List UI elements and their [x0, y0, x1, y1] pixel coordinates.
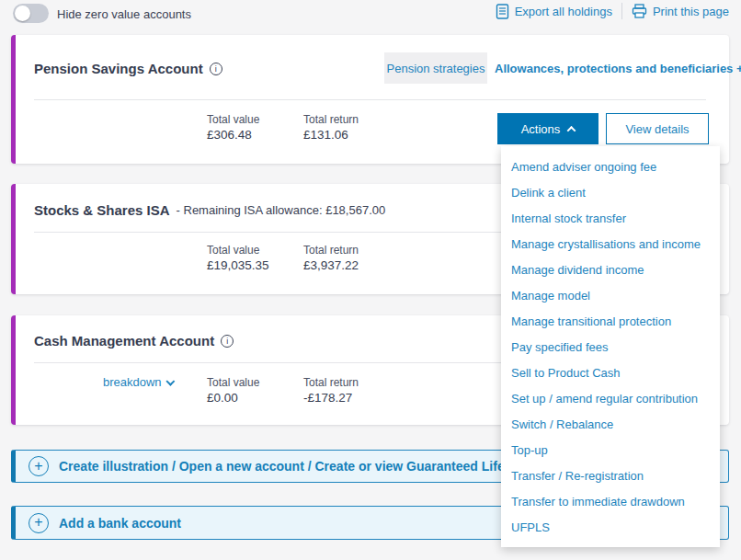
actions-menu-item[interactable]: Set up / amend regular contribution [501, 385, 720, 411]
cash-total-value-label: Total value [207, 376, 259, 389]
chevron-down-icon [165, 377, 175, 386]
actions-menu-item[interactable]: Delink a client [501, 179, 720, 205]
isa-total-return: £3,937.22 [303, 258, 359, 272]
breakdown-label: breakdown [103, 375, 162, 389]
actions-menu-item[interactable]: Internal stock transfer [501, 205, 720, 231]
cash-total-return: -£178.27 [303, 391, 352, 405]
cash-title-text: Cash Management Account [34, 333, 214, 349]
add-bank-account-label: Add a bank account [59, 516, 181, 531]
pension-total-return-label: Total return [303, 113, 359, 126]
actions-menu-item[interactable]: Manage crystallisations and income [501, 231, 720, 257]
pension-total-value-label: Total value [207, 113, 259, 126]
top-links-divider [621, 3, 622, 19]
pension-savings-account-card: Pension Savings Account Pension strategi… [11, 35, 729, 164]
actions-menu-item[interactable]: Top-up [501, 437, 720, 463]
isa-total-return-label: Total return [303, 244, 359, 257]
print-this-page-label: Print this page [653, 5, 729, 18]
create-illustration-label: Create illustration / Open a new account… [59, 459, 505, 474]
actions-menu-item[interactable]: Amend adviser ongoing fee [501, 154, 720, 179]
pension-card-divider [34, 99, 706, 100]
print-this-page-link[interactable]: Print this page [632, 4, 729, 18]
pension-actions-button[interactable]: Actions [497, 113, 598, 144]
pension-card-title: Pension Savings Account [34, 61, 222, 76]
pension-total-return: £131.06 [303, 128, 348, 142]
isa-title-text: Stocks & Shares ISA [34, 202, 170, 218]
cash-breakdown-link[interactable]: breakdown [103, 375, 176, 389]
cash-info-icon[interactable] [221, 335, 234, 348]
actions-menu-item[interactable]: Transfer to immediate drawdown [501, 488, 720, 514]
actions-menu-item[interactable]: Switch / Rebalance [501, 411, 720, 437]
export-document-icon [496, 4, 509, 19]
plus-circle-icon [28, 456, 49, 476]
actions-menu: Amend adviser ongoing feeDelink a client… [501, 146, 720, 547]
isa-card-title: Stocks & Shares ISA - Remaining ISA allo… [34, 202, 385, 218]
cash-total-return-label: Total return [303, 376, 359, 389]
actions-menu-item[interactable]: Pay specified fees [501, 334, 720, 360]
actions-menu-item[interactable]: Manage model [501, 282, 720, 308]
pension-info-icon[interactable] [210, 63, 222, 75]
cash-total-value: £0.00 [207, 391, 238, 405]
actions-button-label: Actions [521, 122, 561, 136]
chevron-up-icon [567, 125, 576, 134]
cash-card-title: Cash Management Account [34, 333, 234, 349]
printer-icon [632, 4, 647, 18]
pension-title-text: Pension Savings Account [34, 61, 203, 76]
isa-total-value: £19,035.35 [207, 258, 269, 272]
accounts-page: Hide zero value accounts Export all hold… [0, 0, 741, 560]
pension-view-details-button[interactable]: View details [606, 113, 709, 144]
export-all-holdings-link[interactable]: Export all holdings [496, 4, 612, 19]
plus-circle-icon [28, 513, 49, 533]
pension-strategies-button[interactable]: Pension strategies [384, 52, 487, 84]
actions-menu-item[interactable]: UFPLS [501, 514, 720, 540]
hide-zero-accounts-toggle[interactable] [13, 4, 49, 23]
actions-menu-item[interactable]: Manage transitional protection [501, 308, 720, 334]
allowances-protections-link[interactable]: Allowances, protections and beneficiarie… [495, 62, 741, 75]
top-links: Export all holdings Print this page [496, 3, 729, 19]
export-all-holdings-label: Export all holdings [515, 5, 612, 18]
hide-zero-accounts-label: Hide zero value accounts [57, 7, 191, 21]
isa-allowance-subtitle: - Remaining ISA allowance: £18,567.00 [177, 203, 386, 217]
actions-menu-item[interactable]: Manage dividend income [501, 257, 720, 282]
toggle-knob [15, 6, 30, 21]
actions-menu-item[interactable]: Sell to Product Cash [501, 360, 720, 385]
actions-menu-item[interactable]: Transfer / Re-registration [501, 463, 720, 488]
isa-total-value-label: Total value [207, 244, 259, 257]
pension-total-value: £306.48 [207, 128, 252, 142]
